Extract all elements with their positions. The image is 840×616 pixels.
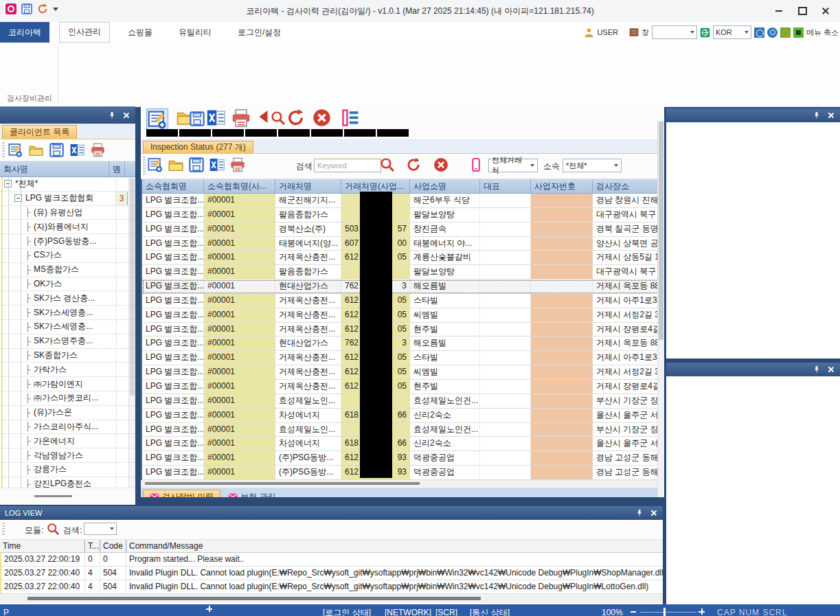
column-header[interactable]: 검사장소 [593, 179, 664, 193]
toolbar-grip[interactable] [143, 157, 146, 176]
save-icon[interactable] [49, 143, 64, 157]
table-row[interactable]: LPG 벌크조합... #00001 경북산소(주) 50357 창진금속 경북… [142, 223, 664, 237]
table-row[interactable]: LPG 벌크조합... #00001 거제옥산충전... 61205 현주빌 거… [142, 380, 664, 394]
window-combo[interactable] [652, 25, 697, 39]
zoom-slider[interactable] [631, 606, 707, 616]
new-record-button[interactable] [146, 109, 168, 130]
table-row[interactable]: LPG 벌크조합... #00001 현대산업가스 7623 해오름빌 거제시 … [142, 336, 664, 351]
tool-button-1[interactable] [754, 27, 764, 38]
search-icon[interactable] [380, 157, 395, 172]
tab-client-list[interactable]: 클라이언트 목록 [2, 125, 77, 139]
pin-icon[interactable] [813, 111, 821, 120]
table-row[interactable]: LPG 벌크조합... #00001 팔음종합가스 팔달보양탕 대구광역시 북구… [142, 208, 664, 223]
settings-button[interactable] [780, 27, 791, 38]
scrollbar-thumb[interactable] [34, 495, 72, 497]
table-row[interactable]: LPG 벌크조합... #00001 거제옥산충전... 61205 스타빌 거… [142, 294, 664, 308]
qat-dropdown-arrow-icon[interactable] [53, 8, 58, 11]
zoom-out-icon[interactable] [631, 611, 636, 613]
grid-vertical-scrollbar[interactable] [657, 120, 664, 497]
toolbar-grip[interactable] [2, 523, 5, 536]
tree-item[interactable]: ├ (자)와룡에너지 [0, 220, 135, 234]
mobile-icon[interactable] [469, 157, 483, 172]
log-horizontal-scrollbar[interactable] [0, 593, 663, 603]
list-view-button[interactable] [341, 109, 360, 127]
column-header[interactable]: 거래처명 [275, 179, 341, 193]
tree-item[interactable]: ├ MS종합가스 [0, 263, 135, 277]
tree-item[interactable]: ├ 강진LPG충전소 [0, 477, 135, 488]
close-icon[interactable] [827, 111, 835, 119]
table-row[interactable]: LPG 벌크조합... #00001 (주)PSG동방... 61293 덕광중… [142, 466, 664, 480]
toolbar-grip[interactable] [2, 142, 5, 158]
table-row[interactable]: LPG 벌크조합... #00001 해군진해기지... 해군6부두 식당 경남… [142, 194, 664, 208]
save-icon[interactable] [189, 157, 204, 172]
column-header[interactable]: 대표 [480, 179, 531, 193]
table-row[interactable]: LPG 벌크조합... #00001 팔음종합가스 팔달보양탕 대구광역시 북구… [142, 265, 664, 280]
table-row[interactable]: LPG 벌크조합... #00001 거제옥산충전... 61205 현주빌 거… [142, 323, 664, 337]
open-folder-icon[interactable] [168, 157, 183, 172]
tree-item[interactable]: ├ ㈜가람이엔지 [0, 377, 135, 391]
column-header[interactable]: 사업소명 [410, 179, 480, 193]
dept-filter-combo[interactable]: *전체* [563, 159, 622, 172]
table-row[interactable]: LPG 벌크조합... #00001 차성에너지 61866 신리2숙소 울산시… [142, 437, 664, 451]
language-combo[interactable]: KOR [713, 25, 751, 39]
tree-item[interactable]: ├ 각남영남가스 [0, 448, 135, 463]
table-row[interactable]: LPG 벌크조합... #00001 거제옥산충전... 61205 계룡산숯불… [142, 251, 664, 265]
menu-tab[interactable]: 인사관리 [59, 22, 110, 43]
zoom-in-icon[interactable] [699, 608, 705, 615]
save-icon[interactable] [21, 3, 32, 14]
help-button[interactable] [767, 27, 777, 38]
column-header[interactable]: Time [0, 540, 85, 552]
slider-thumb[interactable] [663, 608, 666, 616]
open-folder-icon[interactable] [29, 143, 43, 157]
print-icon[interactable] [91, 143, 105, 157]
log-search-combo[interactable] [84, 523, 117, 535]
tree-item[interactable]: ├ ㈜가스마켓코리... [0, 391, 135, 406]
clients-filter-combo[interactable]: 전체거래처 [488, 159, 538, 172]
refresh-button[interactable] [286, 109, 305, 127]
splitter-grip-icon[interactable] [206, 606, 212, 612]
cancel-button[interactable] [313, 109, 331, 127]
tab-inspection-status[interactable]: Inspection Status (277 개) [143, 141, 253, 153]
scrollbar-thumb[interactable] [27, 597, 481, 600]
column-header-company[interactable]: 회사명 [0, 161, 109, 176]
menu-tab[interactable]: 쇼핑몰 [120, 22, 161, 43]
tree-item[interactable]: *전체* [0, 177, 135, 192]
tree-item[interactable]: ├ 가락가스 [0, 363, 135, 377]
detail-tab[interactable]: 보험 관리 [222, 490, 282, 497]
print-icon[interactable] [230, 157, 245, 172]
window-list-icon[interactable] [629, 27, 639, 37]
menu-tab[interactable]: 유틸리티 [170, 22, 220, 43]
log-row[interactable]: 2025.03.27 22:00:19 0 0 Program started.… [1, 553, 663, 567]
close-icon[interactable] [122, 111, 130, 119]
excel-export-button[interactable] [207, 109, 225, 127]
column-header-members[interactable]: 멤 [109, 161, 125, 176]
tree-item[interactable]: ├ SK가스세영충... [0, 306, 135, 320]
search-input[interactable] [314, 159, 381, 172]
log-row[interactable]: 2025.03.27 22:00:40 4 504 Invalid Plugin… [1, 580, 663, 593]
print-button[interactable] [231, 109, 251, 128]
scrollbar-thumb[interactable] [145, 482, 420, 485]
grid-horizontal-scrollbar[interactable] [141, 480, 664, 488]
tree-horizontal-scrollbar[interactable] [0, 488, 135, 505]
open-save-buttons[interactable] [177, 109, 205, 126]
excel-export-icon[interactable] [70, 143, 84, 157]
tree-item[interactable]: ├ SK가스세영충... [0, 320, 135, 334]
user-icon[interactable] [584, 27, 594, 38]
column-header[interactable]: Command/Message [126, 540, 663, 552]
table-row[interactable]: LPG 벌크조합... #00001 (주)PSG동방... 61293 덕광중… [142, 451, 664, 466]
tree-item[interactable]: LPG 벌크조합협회 3 [0, 192, 135, 206]
table-row[interactable]: LPG 벌크조합... #00001 거제옥산충전... 61205 씨엠빌 거… [142, 308, 664, 323]
pin-icon[interactable] [813, 365, 821, 374]
tool-button-2[interactable] [793, 27, 804, 38]
expander-icon[interactable] [4, 180, 12, 187]
minimize-button[interactable] [769, 3, 789, 19]
menu-tab[interactable]: 코리아텍 [0, 22, 49, 43]
pin-icon[interactable] [635, 508, 644, 518]
tree-item[interactable]: ├ 강릉가스 [0, 463, 135, 477]
column-header[interactable]: T... [85, 540, 100, 552]
tree-item[interactable]: ├ SK가스영주충... [0, 334, 135, 349]
tree-item[interactable]: ├ (유)가스온 [0, 406, 135, 420]
search-icon[interactable] [47, 523, 60, 536]
close-button[interactable] [815, 3, 836, 19]
column-header[interactable]: 소속협회명 [142, 179, 204, 193]
